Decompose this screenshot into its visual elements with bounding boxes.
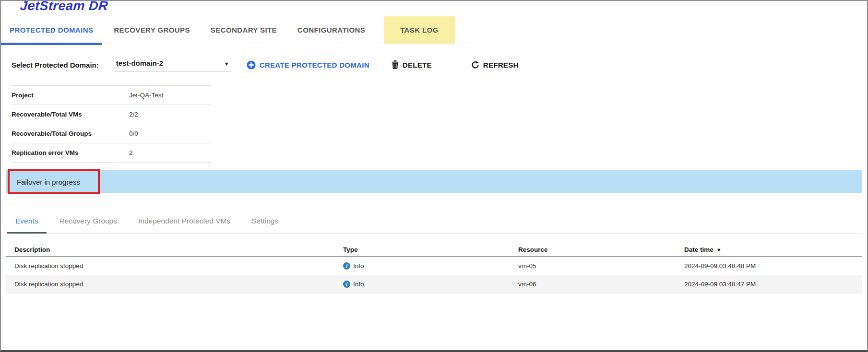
sub-tab-bar: Events Recovery Groups Independent Prote…: [6, 203, 862, 234]
event-type-label: Info: [353, 262, 364, 270]
tab-recovery-groups[interactable]: RECOVERY GROUPS: [105, 16, 199, 44]
info-icon: [343, 262, 350, 270]
trash-icon: [392, 60, 399, 69]
event-resource: vm-06: [518, 281, 684, 288]
subtab-independent-protected-vms[interactable]: Independent Protected VMs: [130, 212, 239, 233]
tab-secondary-site[interactable]: SECONDARY SITE: [202, 16, 285, 44]
selected-domain-value: test-domain-2: [116, 59, 163, 67]
plus-circle-icon: [247, 60, 256, 70]
detail-row-replication-errors: Replication error VMs 2: [12, 143, 211, 163]
column-header-resource[interactable]: Resource: [518, 246, 684, 253]
event-type: Info: [343, 281, 518, 288]
events-table: Description Type Resource Date time Disk…: [6, 243, 862, 293]
event-datetime: 2024-09-09 03:48:48 PM: [684, 262, 862, 270]
detail-row-project: Project Jet-QA-Test: [12, 86, 211, 105]
failover-banner-wrap: Failover in progress: [6, 170, 862, 193]
events-table-header: Description Type Resource Date time: [6, 243, 862, 257]
detail-value: 2: [129, 149, 133, 156]
info-icon: [343, 281, 350, 288]
tab-configurations[interactable]: CONFIGURATIONS: [289, 16, 374, 44]
main-tab-bar: PROTECTED DOMAINS RECOVERY GROUPS SECOND…: [1, 16, 867, 44]
failover-status-text: Failover in progress: [17, 178, 80, 186]
create-protected-domain-button[interactable]: CREATE PROTECTED DOMAIN: [247, 60, 369, 70]
protected-domain-select[interactable]: test-domain-2: [115, 58, 231, 72]
chevron-down-icon: [224, 59, 229, 68]
event-row: Disk replication stopped Info vm-05 2024…: [6, 257, 862, 275]
subtab-settings[interactable]: Settings: [243, 212, 287, 233]
event-resource: vm-05: [518, 262, 684, 270]
column-header-datetime-label: Date time: [684, 246, 713, 253]
column-header-datetime[interactable]: Date time: [684, 246, 862, 253]
refresh-button[interactable]: REFRESH: [471, 61, 519, 69]
refresh-label: REFRESH: [483, 61, 519, 69]
detail-value: 2/2: [129, 111, 138, 118]
event-type: Info: [343, 262, 518, 270]
failover-status-banner: Failover in progress: [6, 170, 862, 193]
event-row: Disk replication stopped Info vm-06 2024…: [6, 275, 862, 293]
detail-value: Jet-QA-Test: [129, 92, 163, 99]
header: JetStream DR: [1, 1, 867, 15]
tab-protected-domains[interactable]: PROTECTED DOMAINS: [1, 16, 102, 44]
detail-row-recoverable-vms: Recoverable/Total VMs 2/2: [12, 105, 211, 124]
jetstream-dr-window: JetStream DR PROTECTED DOMAINS RECOVERY …: [0, 0, 868, 352]
event-datetime: 2024-09-09 03:48:47 PM: [684, 281, 862, 288]
create-protected-domain-label: CREATE PROTECTED DOMAIN: [260, 61, 369, 69]
detail-value: 0/0: [129, 130, 138, 137]
domain-toolbar: Select Protected Domain: test-domain-2 C…: [1, 44, 867, 74]
refresh-icon: [471, 61, 479, 69]
domain-details-table: Project Jet-QA-Test Recoverable/Total VM…: [12, 85, 211, 163]
delete-label: DELETE: [403, 61, 432, 69]
tab-task-log[interactable]: TASK LOG: [384, 16, 455, 44]
subtab-recovery-groups[interactable]: Recovery Groups: [50, 212, 126, 233]
column-header-type[interactable]: Type: [343, 246, 518, 253]
detail-label: Recoverable/Total Groups: [12, 130, 129, 137]
column-header-description[interactable]: Description: [14, 246, 343, 253]
event-description: Disk replication stopped: [14, 281, 343, 288]
event-type-label: Info: [353, 281, 364, 288]
detail-label: Recoverable/Total VMs: [12, 111, 129, 118]
delete-button[interactable]: DELETE: [392, 60, 432, 69]
select-domain-label: Select Protected Domain:: [12, 61, 99, 69]
event-description: Disk replication stopped: [14, 262, 343, 270]
jetstream-dr-logo: JetStream DR: [20, 1, 108, 14]
sort-desc-icon: [716, 246, 722, 253]
detail-label: Replication error VMs: [12, 149, 129, 156]
detail-row-recoverable-groups: Recoverable/Total Groups 0/0: [12, 124, 211, 143]
subtab-events[interactable]: Events: [7, 212, 47, 233]
domain-content-panel: Events Recovery Groups Independent Prote…: [6, 203, 862, 293]
detail-label: Project: [12, 92, 129, 99]
